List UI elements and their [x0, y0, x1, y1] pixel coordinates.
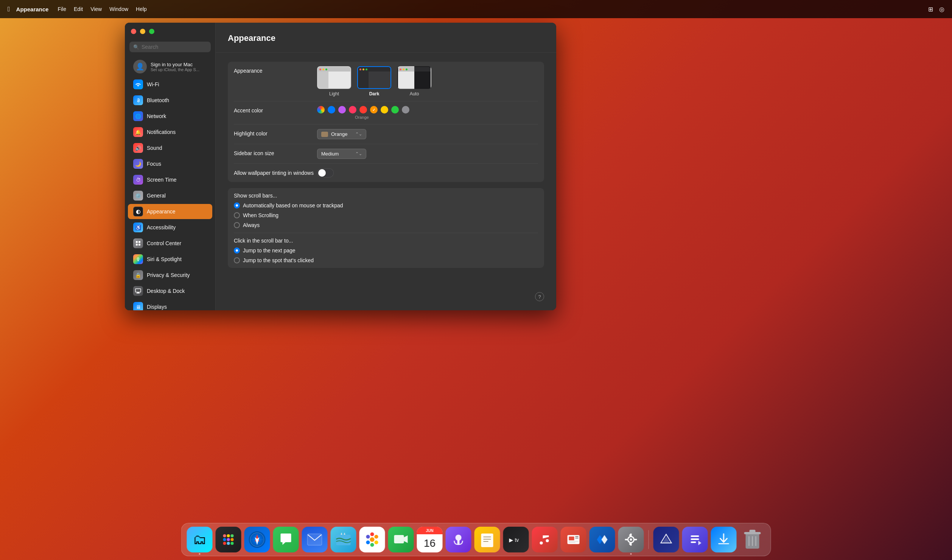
sidebar-item-notifications[interactable]: 🔔 Notifications [128, 124, 212, 140]
svg-point-15 [231, 542, 234, 545]
sidebar-item-bluetooth[interactable]: 𐐀 Bluetooth [128, 93, 212, 108]
maximize-button[interactable] [149, 29, 154, 34]
dock-app-altair[interactable] [653, 527, 679, 552]
scroll-scrolling-radio[interactable] [234, 212, 240, 218]
accent-yellow[interactable] [381, 106, 388, 114]
search-input[interactable] [142, 44, 207, 50]
scroll-scrolling-option[interactable]: When Scrolling [234, 212, 538, 218]
sidebar-item-accessibility[interactable]: ♿ Accessibility [128, 220, 212, 235]
svg-rect-2 [136, 244, 138, 246]
wallpaper-tinting-row: Allow wallpaper tinting in windows [234, 164, 538, 182]
svg-point-50 [630, 538, 632, 541]
sidebar-item-network[interactable]: 🌐 Network [128, 109, 212, 124]
dock-app-news[interactable] [561, 527, 586, 552]
sidebar-item-screentime[interactable]: ⏱ Screen Time [128, 172, 212, 187]
click-next-option[interactable]: Jump to the next page [234, 247, 538, 254]
theme-option-auto[interactable]: Auto [397, 66, 431, 96]
dock-app-notes[interactable] [474, 527, 500, 552]
theme-label-light: Light [329, 91, 339, 96]
help-button[interactable]: ? [535, 292, 544, 301]
close-button[interactable] [131, 29, 136, 34]
sidebar-item-profile[interactable]: 👤 Sign in to your Mac Set up iCloud, the… [128, 57, 212, 76]
dock-app-safari[interactable] [244, 527, 270, 552]
svg-marker-26 [344, 532, 345, 535]
scroll-always-option[interactable]: Always [234, 222, 538, 228]
menu-view[interactable]: View [90, 6, 102, 12]
sidebar-item-sound[interactable]: 🔊 Sound [128, 140, 212, 156]
control-center-icon[interactable]: ⊞ [928, 6, 933, 13]
search-box[interactable]: 🔍 [129, 42, 211, 52]
dock-app-finder[interactable]: 🗂 [187, 527, 213, 552]
sidebar-item-control-center[interactable]: Control Center [128, 236, 212, 251]
svg-rect-1 [138, 241, 140, 243]
bluetooth-icon: 𐐀 [133, 95, 143, 105]
sidebar-item-privacy[interactable]: 🔒 Privacy & Security [128, 268, 212, 283]
apple-menu[interactable]:  [8, 5, 10, 13]
dock-app-settings[interactable] [618, 527, 644, 552]
svg-rect-23 [308, 534, 322, 545]
sidebar-item-desktop[interactable]: Desktop & Dock [128, 283, 212, 299]
highlight-color-dropdown[interactable]: Orange ⌃⌄ [317, 129, 366, 139]
accent-color-row: Accent color [234, 101, 538, 124]
dock-app-xcode[interactable] [590, 527, 615, 552]
menu-help[interactable]: Help [136, 6, 147, 12]
svg-rect-60 [691, 538, 699, 540]
sidebar-item-general[interactable]: ⚙️ General [128, 188, 212, 203]
svg-rect-54 [634, 539, 637, 540]
scroll-always-radio[interactable] [234, 222, 240, 228]
dock-app-trash[interactable] [740, 527, 765, 552]
click-spot-option[interactable]: Jump to the spot that's clicked [234, 257, 538, 263]
menu-window[interactable]: Window [109, 6, 128, 12]
wallpaper-tinting-toggle[interactable] [317, 168, 334, 177]
dock-app-messages[interactable] [273, 527, 299, 552]
dock-app-launchpad[interactable] [216, 527, 241, 552]
menu-file[interactable]: File [58, 6, 66, 12]
accent-blue[interactable] [328, 106, 335, 114]
sidebar-icon-size-dropdown[interactable]: Medium ⌃⌄ [317, 149, 366, 159]
accent-multicolor[interactable] [317, 106, 325, 114]
sidebar-item-wifi[interactable]: Wi-Fi [128, 77, 212, 92]
dock-app-music[interactable] [532, 527, 558, 552]
sidebar-item-siri[interactable]: 🎙 Siri & Spotlight [128, 252, 212, 267]
accent-green[interactable] [391, 106, 399, 114]
dock-app-maps[interactable] [331, 527, 356, 552]
siri-icon[interactable]: ◎ [939, 6, 944, 13]
dock-app-buffer[interactable] [682, 527, 708, 552]
accent-orange[interactable] [370, 106, 378, 114]
accent-pink[interactable] [349, 106, 356, 114]
theme-label-dark: Dark [369, 91, 380, 96]
dock-app-calendar[interactable]: JUN 16 [417, 527, 443, 552]
svg-rect-66 [750, 530, 756, 533]
click-scroll-label: Click in the scroll bar to... [234, 238, 538, 244]
click-next-radio[interactable] [234, 247, 240, 254]
accent-color-options [317, 106, 409, 114]
sidebar-item-displays[interactable]: 🖥 Displays [128, 299, 212, 310]
svg-rect-3 [138, 244, 140, 246]
minimize-button[interactable] [140, 29, 145, 34]
dock-app-podcasts[interactable] [446, 527, 471, 552]
svg-rect-6 [136, 293, 140, 294]
profile-name: Sign in to your Mac [151, 62, 199, 67]
dock-app-appletv[interactable]: ▶ tv [503, 527, 529, 552]
dock-app-facetime[interactable] [388, 527, 414, 552]
sidebar-item-focus[interactable]: 🌙 Focus [128, 156, 212, 171]
focus-icon: 🌙 [133, 159, 143, 169]
menubar:  Appearance File Edit View Window Help … [0, 0, 952, 18]
theme-option-light[interactable]: Light [317, 66, 351, 96]
theme-option-dark[interactable]: Dark [357, 66, 391, 96]
click-spot-radio[interactable] [234, 257, 240, 263]
accent-red[interactable] [359, 106, 367, 114]
accent-graphite[interactable] [402, 106, 409, 114]
dock-app-photos[interactable] [359, 527, 385, 552]
dock-app-mail[interactable] [302, 527, 328, 552]
profile-text: Sign in to your Mac Set up iCloud, the A… [151, 62, 199, 72]
accent-purple[interactable] [338, 106, 346, 114]
dock-app-downloads[interactable] [711, 527, 737, 552]
appearance-themes: Light [317, 66, 538, 96]
sidebar-item-appearance[interactable]: ◐ Appearance [128, 204, 212, 219]
menubar-right: ⊞ ◎ [928, 6, 944, 13]
menu-edit[interactable]: Edit [74, 6, 83, 12]
scroll-auto-option[interactable]: Automatically based on mouse or trackpad [234, 202, 538, 208]
profile-icon: 👤 [133, 60, 147, 73]
scroll-auto-radio[interactable] [234, 202, 240, 208]
